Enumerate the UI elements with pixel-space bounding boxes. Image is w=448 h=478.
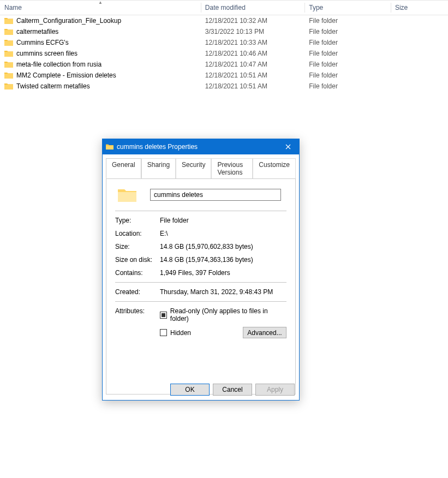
created-label: Created: [115,288,160,296]
file-type: File folder [304,81,391,92]
folder-name-input[interactable] [150,189,281,201]
tab-previous-versions[interactable]: Previous Versions [211,158,253,178]
file-size [391,70,448,81]
file-list-table: Name▲ Date modified Type Size Calterm_Co… [0,0,448,92]
table-row[interactable]: MM2 Complete - Emission deletes12/18/202… [0,70,448,81]
sizeondisk-label: Size on disk: [115,256,160,264]
location-label: Location: [115,230,160,237]
file-size [391,48,448,59]
table-row[interactable]: cummins screen files12/18/2021 10:46 AMF… [0,48,448,59]
table-row[interactable]: meta-file collection from rusia12/18/202… [0,59,448,70]
folder-icon [4,28,13,35]
divider [115,282,286,283]
file-date: 12/18/2021 10:51 AM [201,70,304,81]
sort-ascending-icon: ▲ [98,0,103,5]
file-type: File folder [304,15,391,27]
column-header-type[interactable]: Type [304,1,391,15]
sizeondisk-value: 14.8 GB (15,974,363,136 bytes) [160,256,286,264]
dialog-button-bar: OK Cancel Apply [170,384,295,396]
close-icon [285,144,291,150]
file-type: File folder [304,37,391,48]
folder-icon [4,71,13,79]
file-size [391,26,448,37]
location-value: E:\ [160,230,286,237]
folder-icon [4,61,13,68]
file-date: 12/18/2021 10:33 AM [201,37,304,48]
size-label: Size: [115,243,160,250]
file-name: Twisted calterm metafiles [16,82,90,90]
file-name: Cummins ECFG's [16,39,69,46]
folder-icon [117,187,137,203]
type-value: File folder [160,217,286,224]
folder-icon [4,17,13,24]
column-header-date[interactable]: Date modified [201,1,304,15]
file-type: File folder [304,59,391,70]
table-row[interactable]: Calterm_Configuration_File_Lookup12/18/2… [0,15,448,27]
tab-security[interactable]: Security [176,158,211,178]
file-name: caltermetafiles [16,28,58,35]
file-name: cummins screen files [16,50,77,57]
apply-button[interactable]: Apply [255,384,295,396]
readonly-checkbox[interactable] [160,312,167,319]
hidden-label: Hidden [170,329,191,337]
table-row[interactable]: Cummins ECFG's12/18/2021 10:33 AMFile fo… [0,37,448,48]
dialog-title: cummins deletes Properties [117,143,277,151]
folder-icon [106,144,114,150]
tab-strip: General Sharing Security Previous Versio… [103,154,299,178]
folder-icon [4,82,13,89]
file-date: 12/18/2021 10:46 AM [201,48,304,59]
file-size [391,81,448,92]
file-name: MM2 Complete - Emission deletes [16,71,116,79]
divider [115,301,286,302]
contains-label: Contains: [115,269,160,277]
tab-sharing[interactable]: Sharing [141,158,176,178]
size-value: 14.8 GB (15,970,602,833 bytes) [160,243,286,250]
ok-button[interactable]: OK [170,384,210,396]
cancel-button[interactable]: Cancel [213,384,252,396]
file-date: 12/18/2021 10:32 AM [201,15,304,27]
file-name: Calterm_Configuration_File_Lookup [16,17,121,25]
type-label: Type: [115,217,160,224]
created-value: Thursday, March 31, 2022, 9:48:43 PM [160,288,286,296]
hidden-checkbox[interactable] [160,329,167,336]
file-date: 12/18/2021 10:51 AM [201,81,304,92]
file-type: File folder [304,26,391,37]
advanced-button[interactable]: Advanced... [243,327,286,338]
file-date: 12/18/2021 10:47 AM [201,59,304,70]
file-date: 3/31/2022 10:13 PM [201,26,304,37]
table-row[interactable]: caltermetafiles3/31/2022 10:13 PMFile fo… [0,26,448,37]
file-name: meta-file collection from rusia [16,61,101,68]
divider [115,211,286,211]
properties-dialog: cummins deletes Properties General Shari… [102,139,300,401]
attributes-label: Attributes: [115,307,160,315]
column-header-row: Name▲ Date modified Type Size [0,1,448,15]
file-size [391,59,448,70]
folder-icon [4,39,13,46]
folder-icon [4,50,13,57]
readonly-label: Read-only (Only applies to files in fold… [170,307,286,322]
file-type: File folder [304,70,391,81]
tab-customize[interactable]: Customize [253,158,296,178]
tab-content: Type:File folder Location:E:\ Size:14.8 … [106,178,296,395]
file-size [391,37,448,48]
table-row[interactable]: Twisted calterm metafiles12/18/2021 10:5… [0,81,448,92]
column-header-name[interactable]: Name▲ [0,1,201,15]
dialog-titlebar[interactable]: cummins deletes Properties [103,139,299,154]
close-button[interactable] [277,139,299,154]
contains-value: 1,949 Files, 397 Folders [160,269,286,277]
column-header-size[interactable]: Size [391,1,448,15]
file-type: File folder [304,48,391,59]
file-size [391,15,448,27]
tab-general[interactable]: General [106,158,141,178]
